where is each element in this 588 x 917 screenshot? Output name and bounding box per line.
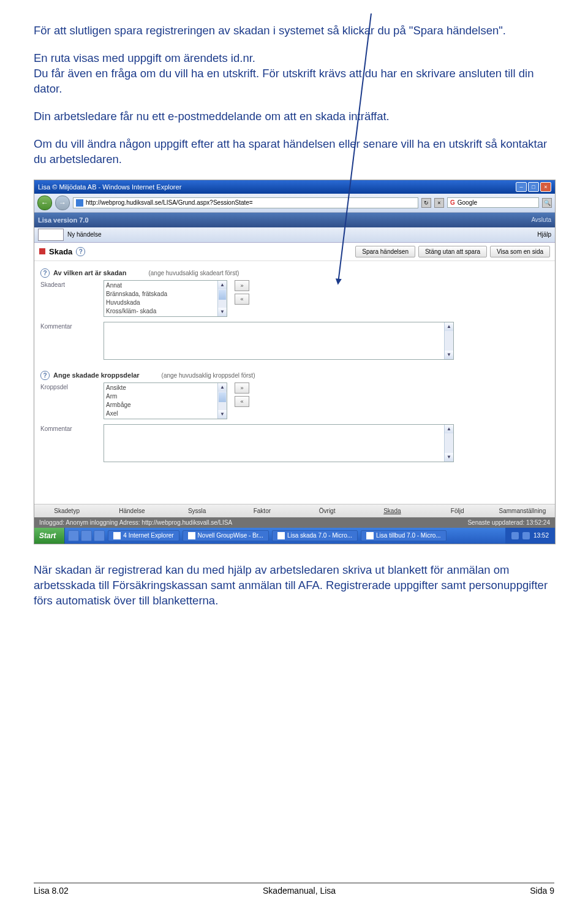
- tray-icon[interactable]: [511, 532, 519, 539]
- scroll-down-icon[interactable]: ▼: [445, 351, 453, 359]
- tab-handelse[interactable]: Händelse: [99, 504, 164, 517]
- app-icon: [188, 532, 195, 539]
- task-groupwise[interactable]: Novell GroupWise - Br...: [183, 530, 269, 541]
- page-footer: Lisa 8.02 Skademanual, Lisa Sida 9: [34, 883, 554, 896]
- para-4: Din arbetsledare får nu ett e-postmeddel…: [34, 109, 554, 124]
- tab-faktor[interactable]: Faktor: [230, 504, 295, 517]
- tray-icon[interactable]: [522, 532, 530, 539]
- quick-launch-icon[interactable]: [81, 530, 92, 541]
- list-item[interactable]: Arm: [106, 392, 225, 401]
- scrollbar[interactable]: ▲ ▼: [217, 281, 227, 316]
- remove-button[interactable]: «: [235, 396, 249, 407]
- footer-left: Lisa 8.02: [34, 886, 69, 896]
- start-button[interactable]: Start: [34, 528, 65, 544]
- tabs-row: Skadetyp Händelse Syssla Faktor Övrigt S…: [34, 504, 555, 517]
- refresh-icon[interactable]: ↻: [421, 198, 431, 208]
- tab-foljd[interactable]: Följd: [425, 504, 490, 517]
- tab-syssla[interactable]: Syssla: [165, 504, 230, 517]
- list-item[interactable]: Annat: [106, 281, 225, 290]
- app-screenshot: Lisa © Miljödata AB - Windows Internet E…: [34, 180, 556, 544]
- status-right: Senaste uppdaterad: 13:52:24: [467, 519, 550, 526]
- quick-launch-icon[interactable]: [68, 530, 79, 541]
- cancel-button[interactable]: Stäng utan att spara: [418, 246, 487, 257]
- question-2: Ange skadade kroppsdelar: [53, 371, 140, 379]
- save-button[interactable]: Spara händelsen: [355, 246, 415, 257]
- window-titlebar: Lisa © Miljödata AB - Windows Internet E…: [34, 180, 555, 194]
- back-icon[interactable]: ←: [37, 196, 52, 210]
- add-button[interactable]: »: [235, 382, 249, 394]
- app-subheader: Ny händelse Hjälp: [34, 227, 555, 243]
- list-item[interactable]: Axel: [106, 409, 225, 418]
- scroll-down-icon[interactable]: ▼: [445, 453, 453, 462]
- label-kommentar: Kommentar: [40, 322, 99, 330]
- red-square-icon: [39, 248, 45, 254]
- page-title-row: Skada ? Spara händelsen Stäng utan att s…: [34, 243, 555, 261]
- label-kroppsdel: Kroppsdel: [40, 382, 99, 390]
- kroppsdel-listbox[interactable]: Ansikte Arm Armbåge Axel ▲ ▼: [104, 382, 227, 419]
- add-button[interactable]: »: [235, 280, 249, 291]
- help-icon[interactable]: ?: [40, 268, 50, 278]
- app-icon: [277, 532, 285, 539]
- list-item[interactable]: Ansikte: [106, 384, 225, 392]
- user-thumb: [38, 229, 64, 241]
- remove-button[interactable]: «: [235, 294, 249, 305]
- list-item[interactable]: Kross/kläm- skada: [106, 307, 225, 316]
- scrollbar[interactable]: ▲ ▼: [444, 322, 453, 359]
- scroll-thumb[interactable]: [219, 392, 226, 402]
- search-go-icon[interactable]: 🔍: [542, 198, 552, 208]
- question-1-hint: (ange huvudsaklig skadeart först): [148, 270, 239, 276]
- taskbar: Start 4 Internet Explorer Novell GroupWi…: [34, 528, 555, 544]
- stop-icon[interactable]: ×: [434, 198, 444, 208]
- help-link[interactable]: Hjälp: [537, 231, 551, 238]
- tab-ovrigt[interactable]: Övrigt: [295, 504, 360, 517]
- tab-skadetyp[interactable]: Skadetyp: [34, 504, 99, 517]
- label-kommentar: Kommentar: [40, 424, 99, 432]
- browser-search[interactable]: G Google: [447, 197, 539, 208]
- list-item[interactable]: Huvudskada: [106, 299, 225, 307]
- list-item[interactable]: Brännskada, frätskada: [106, 290, 225, 299]
- instruction-text: För att slutligen spara registreringen a…: [34, 23, 554, 167]
- task-word-2[interactable]: Lisa tillbud 7.0 - Micro...: [361, 530, 447, 541]
- kommentar-2-textarea[interactable]: ▲ ▼: [104, 424, 454, 462]
- app-icon: [366, 532, 374, 539]
- list-item[interactable]: Armbåge: [106, 401, 225, 409]
- tab-skada[interactable]: Skada: [360, 504, 424, 517]
- para-5: Om du vill ändra någon uppgift efter att…: [34, 137, 554, 167]
- browser-nav: ← → http://webprog.hudiksvall.se/LISA/Gr…: [34, 194, 555, 213]
- task-ie[interactable]: 4 Internet Explorer: [108, 530, 179, 541]
- view-page-button[interactable]: Visa som en sida: [490, 246, 550, 257]
- start-label: Start: [39, 531, 56, 540]
- task-label: 4 Internet Explorer: [123, 532, 173, 539]
- scroll-down-icon[interactable]: ▼: [218, 308, 227, 316]
- para-6: När skadan är registrerad kan du med hjä…: [34, 563, 554, 609]
- minimize-icon[interactable]: –: [516, 182, 527, 192]
- task-word-1[interactable]: Lisa skada 7.0 - Micro...: [272, 530, 358, 541]
- kommentar-1-textarea[interactable]: ▲ ▼: [104, 322, 454, 360]
- scroll-up-icon[interactable]: ▲: [218, 281, 227, 289]
- close-icon[interactable]: ×: [540, 182, 551, 192]
- quick-launch-icon[interactable]: [94, 530, 105, 541]
- new-event-link[interactable]: Ny händelse: [67, 231, 102, 238]
- scroll-up-icon[interactable]: ▲: [445, 322, 453, 331]
- question-2-hint: (ange huvudsaklig kroppsdel först): [162, 372, 255, 379]
- scroll-up-icon[interactable]: ▲: [445, 425, 453, 433]
- search-placeholder: Google: [458, 199, 477, 206]
- scrollbar[interactable]: ▲ ▼: [217, 383, 227, 419]
- address-bar[interactable]: http://webprog.hudiksvall.se/LISA/Grund.…: [73, 197, 418, 208]
- scroll-up-icon[interactable]: ▲: [218, 383, 227, 392]
- tab-sammanstallning[interactable]: Sammanställning: [490, 504, 555, 517]
- skadeart-listbox[interactable]: Annat Brännskada, frätskada Huvudskada K…: [104, 280, 227, 317]
- help-icon[interactable]: ?: [40, 371, 50, 380]
- maximize-icon[interactable]: □: [528, 182, 539, 192]
- footer-right: Sida 9: [530, 886, 554, 896]
- clock-area[interactable]: 13:52: [505, 528, 555, 544]
- scroll-down-icon[interactable]: ▼: [218, 410, 227, 419]
- scrollbar[interactable]: ▲ ▼: [444, 425, 453, 462]
- task-label: Novell GroupWise - Br...: [198, 532, 263, 539]
- status-bar: Inloggad: Anonym inloggning Adress: http…: [34, 517, 555, 528]
- scroll-thumb[interactable]: [219, 290, 226, 300]
- forward-icon[interactable]: →: [55, 196, 70, 210]
- help-icon[interactable]: ?: [76, 247, 85, 256]
- para-3: Du får även en fråga om du vill ha en ut…: [34, 66, 554, 97]
- logout-link[interactable]: Avsluta: [531, 216, 551, 223]
